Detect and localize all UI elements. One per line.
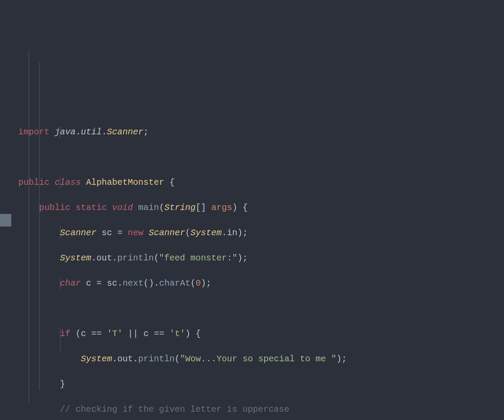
indent-guide <box>60 126 60 138</box>
code-line[interactable] <box>18 302 504 315</box>
class-name: AlphabetMonster <box>86 177 164 187</box>
indent-guide <box>29 50 29 403</box>
pkg-java: java <box>55 127 76 137</box>
code-editor[interactable]: import java.util.Scanner; public class A… <box>0 0 504 420</box>
code-line[interactable]: } <box>18 378 504 390</box>
code-line[interactable]: Scanner sc = new Scanner(System.in); <box>18 227 504 239</box>
code-line[interactable]: System.out.println("feed monster:"); <box>18 252 504 264</box>
code-line[interactable]: public static void main(String[] args) { <box>18 201 504 214</box>
indent-guide <box>60 277 60 290</box>
indent-guide <box>60 176 60 189</box>
indent-guide <box>60 327 60 353</box>
indent-guide <box>39 63 40 390</box>
indent-guide <box>60 227 60 239</box>
code-line[interactable]: System.out.println("Wow...Your so specia… <box>18 353 504 365</box>
code-line[interactable] <box>18 151 504 163</box>
code-line[interactable]: public class AlphabetMonster { <box>18 176 504 189</box>
fn-main: main <box>138 203 159 213</box>
code-line[interactable]: char c = sc.next().charAt(0); <box>18 277 504 290</box>
kw-import: import <box>18 127 50 137</box>
code-line[interactable]: if (c == 'T' || c == 't') { <box>18 327 504 340</box>
type-scanner: Scanner <box>107 127 143 137</box>
gutter-highlight <box>0 214 11 227</box>
code-line[interactable]: import java.util.Scanner; <box>18 126 504 138</box>
code-line[interactable]: // checking if the given letter is upper… <box>18 403 504 416</box>
pkg-util: util <box>81 127 102 137</box>
